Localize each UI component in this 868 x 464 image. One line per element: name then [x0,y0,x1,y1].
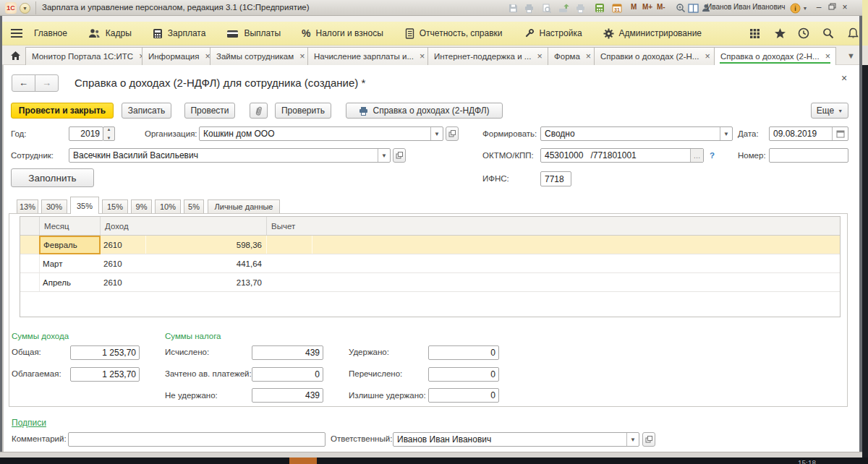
minimize-button[interactable]: – [813,2,825,12]
rate-tab-10[interactable]: 10% [155,199,181,214]
column-header-income[interactable]: Доход [100,217,266,235]
memory-recall-button[interactable]: M [631,3,637,11]
generate-combo[interactable]: Сводно▼ [540,126,733,141]
ellipsis-button[interactable]: … [690,149,703,162]
close-icon[interactable]: × [420,51,425,61]
chevron-down-icon[interactable]: ▼ [626,433,639,446]
taxable-input[interactable]: 1 253,70 [70,367,140,382]
tab-monitor-portala[interactable]: Монитор Портала 1С:ИТС× [25,47,142,65]
print-settings-icon[interactable] [574,2,587,14]
print-icon[interactable] [522,2,535,14]
tab-internet-podderzhka[interactable]: Интернет-поддержка и ...× [427,47,548,65]
table-row[interactable]: Март 2610 441,64 [20,254,840,273]
responsible-open-icon[interactable] [642,432,655,447]
calculator-icon[interactable] [593,2,606,14]
date-input[interactable]: 09.08.2019 [769,126,848,141]
menu-item-vyplaty[interactable]: Выплаты [226,28,281,38]
close-icon[interactable]: × [586,51,591,61]
ifns-input[interactable]: 7718 [540,171,571,186]
home-icon[interactable] [6,48,25,62]
chevron-down-icon[interactable]: ▼ [720,127,732,140]
history-clock-icon[interactable] [797,27,810,40]
oktmo-input[interactable]: 45301000 /771801001… [540,148,704,163]
rate-tab-personal-data[interactable]: Личные данные [208,199,280,214]
chevron-down-icon[interactable]: ▼ [801,2,809,14]
tab-nachislenie[interactable]: Начисление зарплаты и...× [307,47,428,65]
close-icon[interactable]: × [825,51,830,61]
split-view-icon[interactable] [686,2,699,14]
selected-cell[interactable]: Февраль [39,236,101,254]
write-button[interactable]: Записать [122,103,171,119]
table-row[interactable]: Февраль 2610 598,36 [20,236,840,254]
rate-tab-5[interactable]: 5% [184,199,204,214]
signatures-link[interactable]: Подписи [12,418,46,428]
check-button[interactable]: Проверить [275,103,331,119]
apps-grid-icon[interactable] [748,27,761,40]
search-icon[interactable] [822,27,835,40]
employee-open-icon[interactable] [393,148,406,163]
chevron-down-icon[interactable]: ▼ [378,149,390,162]
fill-button[interactable]: Заполнить [11,168,94,187]
close-icon[interactable]: × [705,51,710,61]
taskbar-active-app[interactable] [289,457,317,464]
rate-tab-35-active[interactable]: 35% [70,197,99,214]
form-close-icon[interactable]: × [841,72,847,84]
tab-forma[interactable]: Форма× [548,47,595,65]
back-button[interactable]: ← [12,74,35,92]
table-row[interactable]: Апрель 2610 213,70 [20,273,840,292]
restore-button[interactable] [826,2,838,12]
attachment-button[interactable] [250,103,268,119]
tab-spravki-o-dohodah[interactable]: Справки о доходах (2-Н...× [594,47,715,65]
calendar-icon[interactable] [832,127,848,140]
number-input[interactable] [769,148,848,163]
over-withheld-input[interactable]: 0 [428,388,499,403]
send-icon[interactable] [557,2,570,14]
tab-zaymy[interactable]: Займы сотрудникам× [210,47,308,65]
menu-item-zarplata[interactable]: Зарплата [153,28,206,39]
calendar-icon[interactable]: 31 [610,2,624,14]
menu-item-nalogi[interactable]: %Налоги и взносы [302,27,383,39]
save-icon[interactable] [506,2,519,14]
post-and-close-button[interactable]: Провести и закрыть [11,103,114,119]
menu-item-administrirovanie[interactable]: Администрирование [603,28,702,39]
calculated-input[interactable]: 439 [252,345,323,360]
advance-input[interactable]: 0 [252,367,323,382]
responsible-combo[interactable]: Иванов Иван Иванович▼ [393,432,639,447]
close-button[interactable]: × [839,2,851,12]
withheld-input[interactable]: 0 [428,345,499,360]
more-button[interactable]: Еще▼ [811,103,848,119]
favorites-star-icon[interactable] [773,27,786,40]
current-user-name[interactable]: Иванов Иван Иванович [707,3,786,11]
menu-item-main[interactable]: Главное [34,28,67,38]
column-header-deduction[interactable]: Вычет [266,217,840,235]
menu-item-kadry[interactable]: Кадры [88,28,132,38]
tab-overflow-icon[interactable]: ▼ [847,51,855,60]
not-withheld-input[interactable]: 439 [252,388,323,403]
memory-plus-button[interactable]: M+ [642,3,652,11]
organization-open-icon[interactable] [446,126,459,141]
year-spinner[interactable]: ▲▼ [103,126,115,141]
print-preview-icon[interactable] [540,2,553,14]
print-certificate-button[interactable]: Справка о доходах (2-НДФЛ) [346,103,503,119]
rate-tab-15[interactable]: 15% [102,199,128,214]
menu-item-otchetnost[interactable]: Отчетность, справки [404,28,503,39]
tab-spravka-o-dohodah-active[interactable]: Справка о доходах (2-Н...× [714,47,836,65]
transferred-input[interactable]: 0 [428,367,499,382]
hamburger-menu-icon[interactable] [11,29,22,38]
column-header-month[interactable]: Месяц [39,217,100,235]
zoom-icon[interactable] [674,2,687,14]
forward-button[interactable]: → [35,74,59,92]
system-menu-button[interactable]: ▼ [20,3,30,14]
close-icon[interactable]: × [537,51,542,61]
year-input[interactable]: 2019 [69,126,103,141]
help-icon[interactable]: ? [710,151,715,160]
chevron-down-icon[interactable]: ▼ [430,127,443,140]
tab-informaciya[interactable]: Информация× [142,47,210,65]
comment-input[interactable] [68,432,326,447]
rate-tab-9[interactable]: 9% [131,199,152,214]
post-button[interactable]: Провести [184,103,235,119]
employee-combo[interactable]: Васечкин Василий Васильевич▼ [69,148,391,163]
close-icon[interactable]: × [299,51,305,61]
organization-combo[interactable]: Кошкин дом ООО▼ [199,126,443,141]
memory-minus-button[interactable]: M- [657,3,665,11]
